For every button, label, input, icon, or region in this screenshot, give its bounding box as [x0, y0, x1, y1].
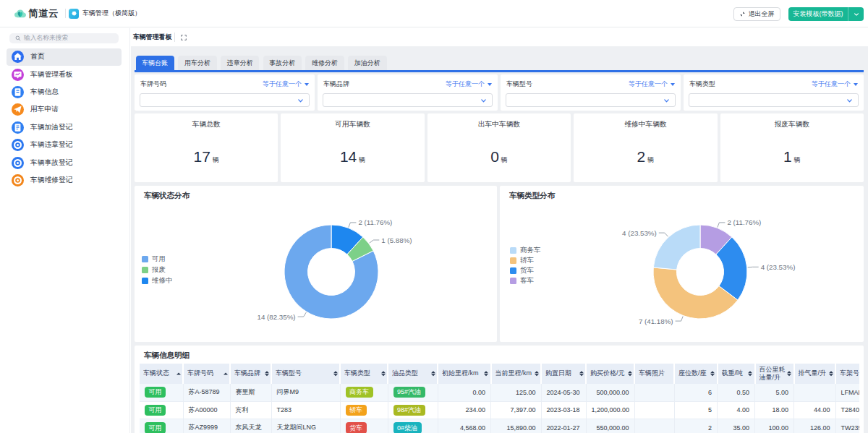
filter-operator[interactable]: 等于任意一个: [812, 80, 858, 89]
cell: TW235567: [835, 419, 859, 433]
status-badge: 可用: [145, 405, 166, 416]
column-header-9[interactable]: 购买价格/元: [586, 364, 634, 384]
exit-fullscreen-icon: [739, 11, 746, 17]
sort-icon[interactable]: [431, 371, 435, 377]
pie-slice[interactable]: [653, 225, 700, 270]
filter-select[interactable]: [689, 93, 859, 107]
sort-icon[interactable]: [381, 371, 386, 377]
cell: 126.00: [794, 419, 836, 433]
column-header-6[interactable]: 初始里程/km: [438, 364, 491, 384]
pie-leader-line: [349, 222, 357, 227]
tab-bar: 车辆台账用车分析违章分析事故分析维修分析加油分析: [135, 56, 864, 72]
column-header-5[interactable]: 油品类型: [388, 364, 438, 384]
column-header-14[interactable]: 排气量/升: [794, 364, 836, 384]
sort-icon[interactable]: [748, 371, 752, 377]
sidebar-item-5[interactable]: 车辆违章登记: [7, 136, 122, 153]
filter-label: 车辆品牌: [323, 80, 349, 89]
sidebar-item-0[interactable]: 首页: [7, 48, 122, 66]
filter-operator[interactable]: 等于任意一个: [446, 80, 492, 89]
cell: 4,568.00: [438, 419, 491, 433]
sidebar-item-label: 车辆事故登记: [30, 158, 73, 168]
sidebar-item-1[interactable]: 车辆管理看板: [7, 66, 122, 83]
cell: 98#汽油: [388, 401, 438, 419]
brand-name: 简道云: [28, 7, 59, 20]
brand[interactable]: 简道云: [14, 7, 59, 20]
column-header-10[interactable]: 车辆照片: [634, 364, 674, 384]
column-header-0[interactable]: 车辆状态: [140, 364, 183, 384]
filter-select[interactable]: [323, 93, 493, 107]
sort-asc-icon[interactable]: [176, 372, 181, 374]
sort-icon[interactable]: [333, 371, 338, 377]
column-header-11[interactable]: 座位数/座: [674, 364, 718, 384]
install-template-dropdown[interactable]: [848, 7, 864, 21]
filter-select[interactable]: [506, 93, 676, 107]
sidebar-item-label: 车辆维修登记: [30, 176, 73, 185]
pie-label: 14 (82.35%): [257, 312, 295, 320]
tab-1[interactable]: 用车分析: [178, 56, 217, 70]
column-header-7[interactable]: 当前里程/km: [491, 364, 542, 384]
sidebar-item-4[interactable]: 车辆加油登记: [7, 119, 122, 136]
cell: 500,000.00: [586, 384, 634, 402]
table-row-2[interactable]: 可用苏AZ9999东风天龙天龙期间LNG货车0#柴油4,568.0015,890…: [140, 419, 859, 433]
stat-card-4: 报废车辆数1辆: [720, 113, 864, 182]
sort-icon[interactable]: [579, 371, 584, 377]
sort-icon[interactable]: [535, 371, 539, 377]
sort-icon[interactable]: [484, 371, 488, 377]
column-header-8[interactable]: 购置日期: [541, 364, 586, 384]
filter-operator[interactable]: 等于任意一个: [263, 80, 309, 89]
tab-4[interactable]: 维修分析: [305, 56, 344, 70]
sidebar-item-6[interactable]: 车辆事故登记: [7, 154, 122, 171]
cell: 15,890.00: [491, 419, 542, 433]
column-header-12[interactable]: 载重/吨: [718, 364, 755, 384]
cell: 5.00: [755, 384, 794, 402]
exit-fullscreen-button[interactable]: 退出全屏: [733, 7, 780, 21]
sort-icon[interactable]: [265, 371, 269, 377]
dashboard-icon: [12, 69, 24, 81]
column-header-2[interactable]: 车辆品牌: [230, 364, 271, 384]
table-row-1[interactable]: 可用苏A00000宾利T283轿车98#汽油234.007,397.002023…: [140, 401, 859, 419]
tab-5[interactable]: 加油分析: [348, 56, 387, 70]
install-template-button[interactable]: 安装模板(带数据): [788, 7, 848, 21]
jiandaoyun-logo-icon: [14, 8, 26, 20]
expand-icon[interactable]: [181, 35, 187, 40]
caret-down-icon: [854, 83, 858, 86]
cell: 货车: [340, 419, 388, 433]
sidebar: 输入名称来搜索 首页车辆管理看板车辆信息用车申请车辆加油登记车辆违章登记车辆事故…: [0, 28, 130, 433]
sort-icon[interactable]: [628, 371, 632, 377]
cell: 天龙期间LNG: [271, 419, 340, 433]
stat-unit: 辆: [794, 155, 801, 165]
filter-select[interactable]: [140, 93, 310, 107]
exit-fullscreen-label: 退出全屏: [749, 9, 775, 19]
column-header-13[interactable]: 百公里耗油量/升: [755, 364, 794, 384]
sort-icon[interactable]: [829, 371, 833, 377]
column-header-1[interactable]: 车牌号码: [183, 364, 230, 384]
sort-icon[interactable]: [710, 371, 715, 377]
sidebar-search-input[interactable]: 输入名称来搜索: [9, 33, 119, 43]
cell: T283: [271, 401, 340, 419]
column-header-15[interactable]: 车架号: [835, 364, 859, 384]
cell: 1,200,000.00: [586, 401, 634, 419]
tab-0[interactable]: 车辆台账: [136, 56, 175, 70]
pie-leader-line: [370, 240, 380, 243]
cell: 5: [674, 401, 718, 419]
column-header-4[interactable]: 车辆类型: [340, 364, 388, 384]
tab-3[interactable]: 事故分析: [263, 56, 302, 70]
sidebar-item-2[interactable]: 车辆信息: [7, 83, 122, 100]
sidebar-item-3[interactable]: 用车申请: [7, 101, 122, 119]
column-header-3[interactable]: 车辆型号: [271, 364, 340, 384]
filter-operator[interactable]: 等于任意一个: [629, 80, 675, 89]
tab-2[interactable]: 违章分析: [221, 56, 260, 70]
stat-value: 17: [194, 148, 210, 166]
table-row-0[interactable]: 可用苏A-58789赛里斯问界M9商务车95#汽油0.00125.002024-…: [140, 384, 859, 402]
sidebar-item-7[interactable]: 车辆维修登记: [7, 171, 122, 189]
status-badge: 货车: [346, 422, 367, 433]
sort-icon[interactable]: [787, 371, 791, 377]
install-template-split-button[interactable]: 安装模板(带数据): [788, 7, 864, 21]
cell: 125.00: [491, 384, 542, 402]
sort-asc-icon[interactable]: [224, 372, 228, 374]
donut-chart-type: 2 (11.76%)4 (23.53%)7 (41.18%)4 (23.53%): [500, 186, 864, 342]
install-template-label: 安装模板(带数据): [793, 9, 843, 19]
chevron-down-icon: [663, 98, 670, 104]
filter-card-3: 车辆类型等于任意一个: [684, 74, 864, 111]
stat-title: 车辆总数: [135, 120, 278, 129]
